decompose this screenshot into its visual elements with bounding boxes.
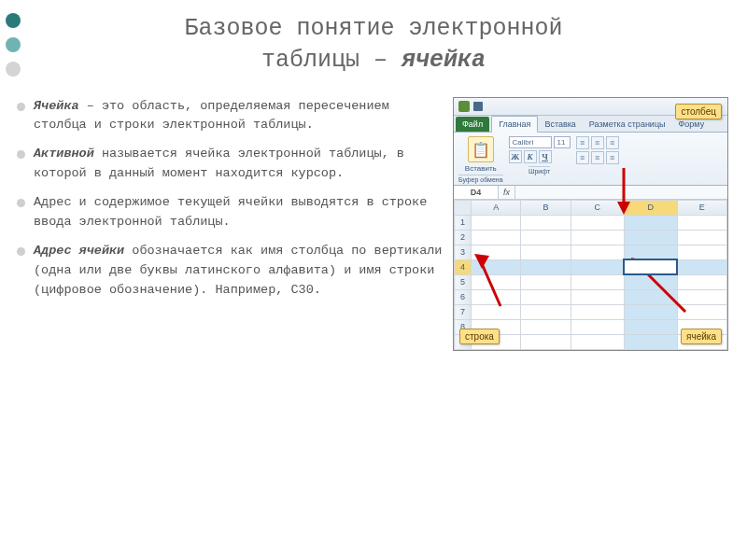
callout-column: столбец — [675, 104, 722, 119]
underline-button[interactable]: Ч — [539, 150, 552, 163]
fx-label[interactable]: fx — [499, 186, 515, 199]
ribbon: Вставить Буфер обмена Calibri 11 Ж К Ч — [454, 133, 727, 186]
ribbon-group-font: Calibri 11 Ж К Ч Шрифт — [509, 136, 571, 175]
row-header[interactable]: 4 — [455, 259, 472, 274]
list-item: Адрес и содержимое текущей ячейки выводя… — [17, 193, 445, 232]
row-header[interactable]: 2 — [455, 230, 472, 245]
slide-accent-dots — [6, 13, 21, 77]
row-header[interactable]: 6 — [455, 289, 472, 304]
row-header[interactable]: 3 — [455, 245, 472, 259]
ribbon-group-clipboard: Вставить Буфер обмена — [458, 136, 503, 183]
font-size-select[interactable]: 11 — [554, 136, 571, 148]
align-icon[interactable]: ≡ — [576, 136, 589, 149]
excel-icon — [458, 101, 470, 112]
svg-marker-1 — [617, 202, 630, 215]
save-icon — [473, 102, 483, 111]
align-icon[interactable]: ≡ — [576, 151, 589, 164]
spreadsheet-grid: A B C D E 1 2 3 4 5 6 7 8 9 — [454, 200, 727, 350]
italic-button[interactable]: К — [524, 150, 537, 163]
col-header[interactable]: B — [521, 200, 571, 215]
row-header[interactable]: 5 — [455, 274, 472, 289]
active-cell[interactable] — [624, 259, 677, 274]
arrow-row-icon — [474, 254, 527, 310]
excel-screenshot: Файл Главная Вставка Разметка страницы Ф… — [453, 97, 728, 351]
row-header[interactable]: 1 — [455, 215, 472, 230]
list-item: Ячейка – это область, определяемая перес… — [17, 97, 445, 136]
bold-button[interactable]: Ж — [509, 150, 522, 163]
col-header[interactable]: E — [677, 200, 726, 215]
select-all-corner[interactable] — [455, 200, 472, 215]
body-text: Ячейка – это область, определяемая перес… — [17, 97, 445, 351]
tab-file[interactable]: Файл — [456, 117, 489, 132]
align-icon[interactable]: ≡ — [606, 151, 619, 164]
paste-button[interactable] — [468, 136, 494, 162]
arrow-column-icon — [614, 164, 633, 215]
align-icon[interactable]: ≡ — [606, 136, 619, 149]
list-item: Адрес ячейки обозначается как имя столбц… — [17, 242, 445, 301]
align-icon[interactable]: ≡ — [591, 136, 604, 149]
tab-page-layout[interactable]: Разметка страницы — [583, 117, 672, 132]
callout-cell: ячейка — [681, 329, 722, 344]
callout-row: строка — [459, 329, 500, 344]
tab-insert[interactable]: Вставка — [538, 117, 582, 132]
ribbon-group-align: ≡ ≡ ≡ ≡ ≡ ≡ — [576, 136, 619, 164]
formula-bar: D4 fx — [454, 186, 727, 200]
svg-marker-3 — [474, 254, 489, 269]
align-icon[interactable]: ≡ — [591, 151, 604, 164]
tab-home[interactable]: Главная — [491, 116, 538, 133]
font-name-select[interactable]: Calibri — [509, 136, 552, 148]
list-item: Активной называется ячейка электронной т… — [17, 145, 445, 184]
col-header[interactable]: A — [472, 200, 521, 215]
slide-title: Базовое понятие электронной таблицы – яч… — [0, 0, 747, 84]
name-box[interactable]: D4 — [454, 186, 499, 199]
row-header[interactable]: 7 — [455, 304, 472, 319]
